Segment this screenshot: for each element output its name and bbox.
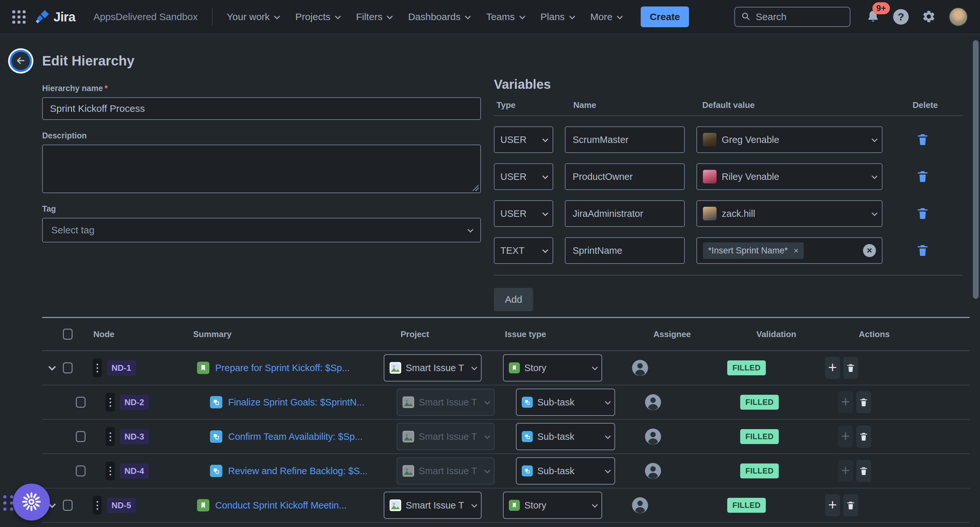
row-checkbox[interactable] [63,500,73,511]
table-header: Node Summary Project Issue type Assignee… [42,318,970,351]
node-key-badge[interactable]: ND-2 [120,395,149,410]
delete-node-button[interactable] [843,494,858,516]
node-key-badge[interactable]: ND-4 [120,463,149,479]
back-button[interactable] [10,50,32,72]
add-child-button[interactable] [825,494,840,516]
chevron-down-icon [605,399,611,404]
nav-menu-projects[interactable]: Projects [295,11,339,22]
table-row: ND-2 Finalize Sprint Goals: $SprintN... … [42,385,970,420]
select-all-checkbox[interactable] [63,329,73,340]
jira-logo[interactable]: Jira [35,9,75,25]
delete-node-button[interactable] [843,357,858,379]
row-checkbox[interactable] [63,362,73,373]
delete-node-button[interactable] [856,460,871,482]
widget-drag-handle[interactable] [3,495,13,511]
row-checkbox[interactable] [76,431,86,442]
add-variable-button[interactable]: Add [494,288,533,311]
variable-default-select[interactable]: Riley Venable [697,163,883,190]
resize-grip-icon[interactable] [472,185,479,191]
variable-default-multiselect[interactable]: *Insert Sprint Name* [697,237,883,264]
chevron-down-icon [605,433,611,439]
help-button[interactable] [893,9,909,25]
add-child-button-disabled [838,460,853,482]
nav-menu-dashboards[interactable]: Dashboards [408,11,469,22]
assistant-fab-button[interactable] [13,484,50,521]
settings-button[interactable] [922,10,936,25]
summary-link[interactable]: Prepare for Sprint Kickoff: $Sp... [215,363,350,373]
search-box[interactable] [734,7,850,27]
delete-node-button[interactable] [856,391,871,413]
top-navigation: Jira AppsDelivered Sandbox Your work Pro… [0,0,980,34]
issue-type-select[interactable]: Story [503,354,602,382]
description-label: Description [42,131,481,140]
project-select[interactable]: Smart Issue T [384,492,482,519]
validation-badge: FILLED [740,463,779,478]
node-key-badge[interactable]: ND-3 [120,429,149,444]
summary-link[interactable]: Confirm Team Availability: $Sp... [228,431,363,442]
nav-menu-filters[interactable]: Filters [356,11,391,22]
variable-name-input[interactable] [565,126,685,153]
variable-name-input[interactable] [565,237,685,264]
column-validation: Validation [726,329,820,339]
description-textarea[interactable] [42,145,481,193]
assignee-avatar[interactable] [644,393,662,411]
variable-default-select[interactable]: Greg Venable [697,126,883,153]
assignee-avatar[interactable] [631,497,649,514]
profile-button[interactable] [949,8,968,26]
summary-link[interactable]: Review and Refine Backlog: $S... [228,466,368,476]
delete-variable-button[interactable] [916,169,929,184]
notifications-button[interactable]: 9+ [866,10,880,25]
variable-type-select[interactable]: USER [494,200,553,227]
nav-menu-your-work[interactable]: Your work [227,11,278,22]
nav-menu-teams[interactable]: Teams [486,11,523,22]
nav-menu-more[interactable]: More [590,11,621,22]
drag-handle[interactable] [106,462,115,480]
trash-icon [859,466,869,476]
variable-name-input[interactable] [565,163,685,190]
project-select-disabled: Smart Issue T [397,423,495,450]
variable-type-select[interactable]: USER [494,163,553,190]
clear-field-icon[interactable] [863,244,876,257]
remove-chip-icon[interactable] [794,246,799,255]
create-button[interactable]: Create [641,6,689,27]
hierarchy-name-input[interactable] [42,97,481,120]
search-input[interactable] [756,11,844,22]
assignee-avatar[interactable] [631,359,649,377]
variable-type-select[interactable]: USER [494,126,553,153]
summary-link[interactable]: Conduct Sprint Kickoff Meetin... [215,500,347,511]
node-key-badge[interactable]: ND-5 [107,498,136,513]
delete-variable-button[interactable] [916,207,929,221]
vertical-scrollbar[interactable] [973,40,979,299]
delete-node-button[interactable] [856,425,871,447]
nav-menu-plans[interactable]: Plans [541,11,574,22]
node-key-badge[interactable]: ND-1 [107,360,136,376]
assignee-avatar[interactable] [644,462,662,480]
drag-handle[interactable] [93,358,102,377]
assignee-avatar[interactable] [644,428,662,445]
drag-handle[interactable] [106,427,115,446]
issue-type-select[interactable]: Sub-task [516,423,615,450]
nav-menu-label: Plans [541,11,565,22]
issue-type-select[interactable]: Sub-task [516,388,615,416]
issue-type-name: Sub-task [537,397,574,408]
chevron-down-icon [471,364,477,370]
add-child-button[interactable] [825,357,840,379]
project-name: Smart Issue T [419,431,477,442]
app-switcher-icon[interactable] [12,10,25,24]
issue-type-select[interactable]: Sub-task [516,457,615,484]
delete-variable-button[interactable] [916,132,929,147]
row-checkbox[interactable] [76,465,86,476]
variable-type-select[interactable]: TEXT [494,237,553,264]
delete-variable-button[interactable] [916,244,929,258]
column-actions: Actions [820,329,970,339]
drag-handle[interactable] [106,393,115,412]
drag-handle[interactable] [93,496,102,515]
variable-name-input[interactable] [565,200,685,227]
tag-select[interactable]: Select tag [42,218,481,242]
variable-default-select[interactable]: zack.hill [697,200,883,227]
row-checkbox[interactable] [76,397,86,408]
project-select[interactable]: Smart Issue T [384,354,482,382]
expand-caret-icon[interactable] [49,363,56,371]
issue-type-select[interactable]: Story [503,492,602,519]
summary-link[interactable]: Finalize Sprint Goals: $SprintN... [228,397,364,408]
